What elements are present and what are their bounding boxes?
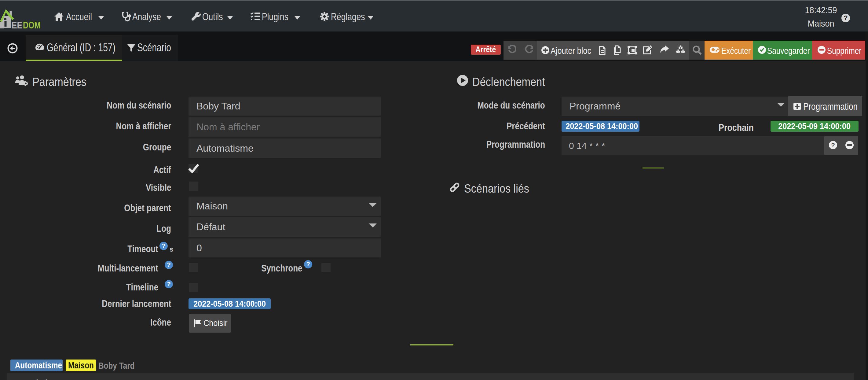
svg-text:EE: EE — [11, 20, 22, 29]
svg-text:DOM: DOM — [23, 20, 41, 29]
